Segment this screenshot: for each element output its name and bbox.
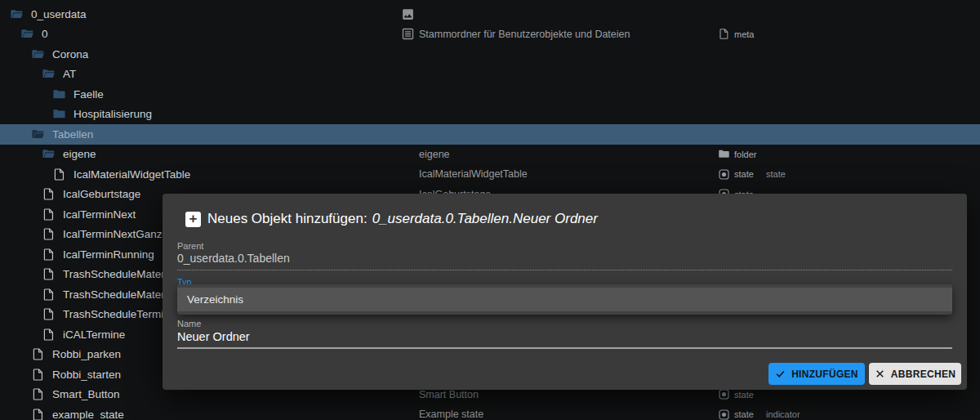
type-cell: meta xyxy=(717,28,766,41)
object-row-Tabellen[interactable]: Tabellen xyxy=(0,124,980,145)
object-description: IcalMaterialWidgetTable xyxy=(419,168,528,180)
type-cell: state xyxy=(717,408,766,420)
object-row-0[interactable]: 0 Stammordner für Benutzerobjekte und Da… xyxy=(0,25,980,45)
object-name: Faelle xyxy=(74,88,104,101)
tree-cell: Hospitalisierung xyxy=(0,107,400,122)
object-description: Smart Button xyxy=(419,389,479,400)
object-row-AT[interactable]: AT xyxy=(0,65,980,85)
state-type-icon xyxy=(717,168,730,181)
object-name: IcalGeburtstage xyxy=(63,188,140,200)
file-icon xyxy=(51,167,67,181)
tree-cell: 0_userdata xyxy=(0,7,400,21)
parent-field-label: Parent xyxy=(177,241,203,251)
folder-open-icon xyxy=(29,47,46,61)
object-description: eigene xyxy=(419,149,450,160)
object-type: folder xyxy=(734,150,757,159)
check-icon xyxy=(775,369,786,379)
file-icon xyxy=(40,187,56,202)
object-row-example_state[interactable]: example_state Example state state indica… xyxy=(0,404,980,420)
file-type-icon xyxy=(717,28,730,41)
tree-cell: AT xyxy=(0,67,400,82)
tree-cell: example_state xyxy=(0,407,400,420)
object-name: 0 xyxy=(42,28,48,40)
folder-type-icon xyxy=(717,148,730,161)
folder-open-icon xyxy=(29,127,46,141)
object-name: IcalTerminRunning xyxy=(63,248,154,261)
file-icon xyxy=(29,387,46,402)
file-icon xyxy=(29,407,46,420)
add-object-dialog: + Neues Objekt hinzufügen:0_userdata.0.T… xyxy=(163,194,967,390)
folder-open-icon xyxy=(8,7,24,21)
object-type: state xyxy=(734,390,754,400)
description-cell: Example state xyxy=(400,409,717,420)
object-name: iCALTermine xyxy=(63,328,125,341)
file-icon xyxy=(40,307,56,322)
object-name: IcalTerminNext xyxy=(63,208,136,221)
object-description: Example state xyxy=(419,409,483,420)
cancel-button[interactable]: ABBRECHEN xyxy=(869,363,961,385)
object-type: state xyxy=(734,169,754,179)
tree-cell: eigene xyxy=(0,147,400,162)
type-option-verzeichnis[interactable]: Verzeichnis xyxy=(177,288,952,311)
tree-cell: Faelle xyxy=(0,87,400,101)
file-icon xyxy=(29,367,46,382)
file-icon xyxy=(40,227,56,242)
name-field-label: Name xyxy=(177,319,201,328)
file-icon xyxy=(29,347,46,362)
article-icon xyxy=(400,27,415,42)
object-role: state xyxy=(766,169,980,179)
parent-field-value: 0_userdata.0.Tabellen xyxy=(177,252,952,265)
object-row-eigene[interactable]: eigene eigene folder xyxy=(0,145,980,165)
tree-cell: 0 xyxy=(0,27,400,42)
state-type-icon xyxy=(717,388,730,401)
object-role: indicator xyxy=(766,409,980,419)
type-cell: state xyxy=(717,388,766,401)
object-description: Stammordner für Benutzerobjekte und Date… xyxy=(419,29,630,40)
parent-field-underline xyxy=(177,270,952,270)
object-row-0_userdata[interactable]: 0_userdata xyxy=(0,4,980,25)
folder-icon xyxy=(51,107,67,122)
close-icon xyxy=(875,369,885,379)
tree-cell: Tabellen xyxy=(0,127,400,141)
object-name: IcalMaterialWidgetTable xyxy=(74,168,190,181)
file-icon xyxy=(40,287,56,302)
dialog-title-text: Neues Objekt hinzufügen: xyxy=(207,211,368,226)
folder-open-icon xyxy=(19,27,35,42)
description-cell: eigene xyxy=(400,149,717,160)
description-cell xyxy=(400,7,717,21)
folder-icon xyxy=(51,87,67,101)
folder-open-icon xyxy=(40,147,56,162)
add-button[interactable]: HINZUFÜGEN xyxy=(768,363,865,385)
type-cell: state xyxy=(717,168,766,181)
object-name: Robbi_starten xyxy=(52,369,121,381)
object-name: Tabellen xyxy=(52,128,93,141)
dialog-title: Neues Objekt hinzufügen:0_userdata.0.Tab… xyxy=(207,211,598,227)
type-dropdown-menu: Verzeichnis xyxy=(177,284,952,315)
object-name: 0_userdata xyxy=(31,8,87,20)
object-name: example_state xyxy=(52,409,124,420)
object-row-Hospitalisierung[interactable]: Hospitalisierung xyxy=(0,105,980,125)
object-name: eigene xyxy=(63,148,96,160)
name-input[interactable]: Neuer Ordner xyxy=(177,330,952,343)
type-cell: folder xyxy=(717,148,766,161)
tree-cell: Corona xyxy=(0,47,400,61)
file-icon xyxy=(40,327,56,342)
file-icon xyxy=(40,267,56,282)
folder-open-icon xyxy=(40,67,56,82)
description-cell: Smart Button xyxy=(400,389,717,400)
state-type-icon xyxy=(717,408,730,420)
name-field-underline xyxy=(177,347,952,349)
description-cell: Stammordner für Benutzerobjekte und Date… xyxy=(400,27,717,42)
object-row-Corona[interactable]: Corona xyxy=(0,44,980,65)
tree-cell: IcalMaterialWidgetTable xyxy=(0,167,400,181)
file-icon xyxy=(40,247,56,261)
object-name: TrashScheduleTermine xyxy=(63,308,176,320)
dialog-header: + Neues Objekt hinzufügen:0_userdata.0.T… xyxy=(185,211,598,227)
description-cell: IcalMaterialWidgetTable xyxy=(400,168,717,180)
object-name: Hospitalisierung xyxy=(74,108,152,120)
object-name: AT xyxy=(63,68,76,80)
object-row-IcalMaterialWidgetTable[interactable]: IcalMaterialWidgetTable IcalMaterialWidg… xyxy=(0,164,980,185)
object-row-Faelle[interactable]: Faelle xyxy=(0,84,980,105)
object-name: Smart_Button xyxy=(52,388,120,400)
object-type: meta xyxy=(734,29,754,39)
